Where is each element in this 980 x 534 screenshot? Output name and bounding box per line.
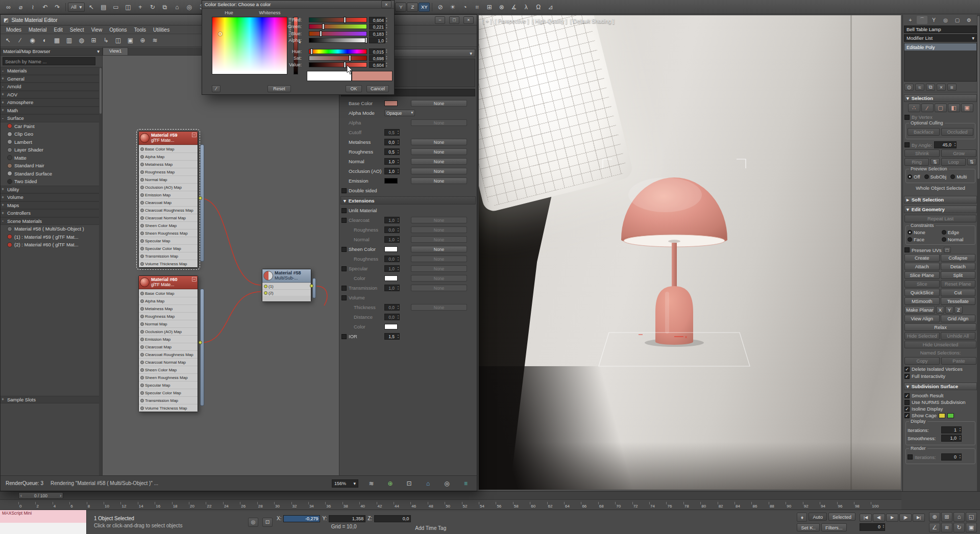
param-spinner[interactable]: 0,0 <box>384 139 400 145</box>
pick-material-from-object-icon[interactable]: ∕ <box>14 35 26 45</box>
listener-line[interactable] <box>0 523 86 534</box>
utilities-tab-icon[interactable]: ⚙ <box>964 16 974 24</box>
channel-spinner-arrows[interactable]: ▴ ▾ <box>386 17 387 22</box>
rectangular-selection-icon[interactable]: ▭ <box>110 2 121 12</box>
browser-row[interactable]: + Maps <box>1 201 102 210</box>
map-input-slot[interactable]: Normal Map <box>139 320 198 327</box>
channel-value-field[interactable]: 0,015 <box>369 48 385 55</box>
current-frame-field[interactable]: 0 <box>860 523 885 531</box>
go-to-start-icon[interactable]: |◀ <box>860 514 872 522</box>
border-mode-icon[interactable]: ▢ <box>935 104 947 112</box>
channel-slider-thumb[interactable] <box>344 62 346 68</box>
object-name-field[interactable]: Bell Table Lamp <box>904 26 977 33</box>
edge-mode-icon[interactable]: ∕ <box>921 104 934 112</box>
shrink-button[interactable]: Shrink <box>904 149 940 157</box>
map-input-slot[interactable]: Alpha Map <box>139 297 198 304</box>
edit-geometry-button[interactable]: Grid Align <box>941 315 976 322</box>
axis-constraint-button[interactable]: Y <box>395 3 406 12</box>
select-and-link-icon[interactable]: ∞ <box>3 2 14 12</box>
menu-item[interactable]: Edit <box>51 27 66 33</box>
previous-frame-icon[interactable]: ◀| <box>873 514 885 522</box>
next-frame-icon[interactable]: |▶ <box>899 514 912 522</box>
browser-row[interactable]: Lambert <box>1 138 102 146</box>
channel-value-field[interactable]: 0,221 <box>369 23 385 30</box>
time-slider[interactable]: ‹ 0 / 100 › <box>18 492 63 499</box>
submaterial-input-slot[interactable]: (2) <box>262 289 311 296</box>
layout-all-icon[interactable]: ⊞ <box>88 35 100 45</box>
z-coordinate-field[interactable]: 0,0 <box>374 515 411 522</box>
menu-item[interactable]: View <box>88 27 106 33</box>
param-map-button[interactable]: None <box>411 158 467 165</box>
menu-item[interactable]: Tools <box>131 27 150 33</box>
param-spinner[interactable]: 0,5 <box>384 129 400 136</box>
edit-geometry-button[interactable]: Relax <box>904 323 976 331</box>
configure-modifier-sets-icon[interactable]: ≡ <box>947 84 957 91</box>
utilities-icon[interactable]: ⊿ <box>545 2 556 12</box>
map-input-slot[interactable]: Sheen Color Map <box>139 221 198 229</box>
param-spinner[interactable]: 0,5 <box>384 148 400 155</box>
by-angle-spinner[interactable]: 45,0 <box>934 141 957 148</box>
param-dropdown[interactable]: Opaque <box>384 110 415 116</box>
map-input-slot[interactable]: Metalness Map <box>139 304 198 312</box>
browser-row[interactable]: Standard Hair <box>1 162 102 170</box>
show-map-in-viewport-icon[interactable]: ▥ <box>63 35 75 45</box>
edit-geometry-button[interactable]: Tessellate <box>941 297 976 305</box>
map-input-slot[interactable]: Sheen Color Map <box>139 366 198 373</box>
show-end-result-icon[interactable]: ≈ <box>915 84 924 91</box>
param-map-button[interactable]: None <box>411 119 467 126</box>
modify-tab-icon[interactable]: ⌒ <box>917 16 927 24</box>
render-iterations-checkbox[interactable] <box>908 454 913 460</box>
browser-row[interactable]: + Utility <box>1 186 102 194</box>
array-icon[interactable]: ⊞ <box>483 2 495 12</box>
map-input-slot[interactable]: Specular Map <box>139 381 198 389</box>
constraint-radio[interactable]: Normal <box>942 237 971 242</box>
material-60-node-header[interactable]: Material #60 glTF Mate... − <box>139 276 198 289</box>
select-object-icon[interactable]: ↖ <box>85 2 97 12</box>
param-map-button[interactable]: None <box>411 256 467 262</box>
loop-button[interactable]: Loop <box>941 158 966 166</box>
minimize-button[interactable]: − <box>435 16 445 24</box>
map-input-slot[interactable]: Metalness Map <box>139 160 198 168</box>
select-and-rotate-icon[interactable]: ↻ <box>146 2 158 12</box>
edit-geometry-button[interactable]: Hide Unselected <box>904 341 976 348</box>
map-input-slot[interactable]: Roughness Map <box>139 312 198 320</box>
selection-rollout-header[interactable]: ▾ Selection <box>904 94 977 102</box>
material-preview-window-icon[interactable]: ▣ <box>125 35 136 45</box>
channel-slider-thumb[interactable] <box>349 55 351 61</box>
sunlight-icon[interactable]: ☀ <box>447 2 458 12</box>
edit-geometry-button[interactable]: Z <box>954 306 963 314</box>
param-map-button[interactable]: None <box>411 226 467 233</box>
material-58-side-strip[interactable] <box>312 278 316 298</box>
channel-slider[interactable] <box>309 31 367 36</box>
ok-button[interactable]: OK <box>346 85 362 92</box>
map-input-slot[interactable]: Occlusion (AO) Map <box>139 183 198 191</box>
param-spinner[interactable]: 0,0 <box>384 226 400 233</box>
param-color-swatch[interactable] <box>384 275 398 281</box>
assign-material-to-selection-icon[interactable]: ◉ <box>27 35 38 45</box>
measure-icon[interactable]: ∡ <box>508 2 520 12</box>
x-coordinate-field[interactable]: -0,279 <box>283 515 320 522</box>
map-input-slot[interactable]: Clearcoat Normal Map <box>139 214 198 221</box>
map-input-slot[interactable]: Occlusion (AO) Map <box>139 327 198 335</box>
menu-item[interactable]: Material <box>25 27 51 33</box>
map-input-slot[interactable]: Clearcoat Normal Map <box>139 358 198 366</box>
display-tab-icon[interactable]: ▢ <box>952 16 963 24</box>
layout-children-icon[interactable]: ↳ <box>100 35 112 45</box>
edit-geometry-button[interactable]: Make Planar <box>904 306 935 314</box>
param-checkbox[interactable] <box>341 286 347 291</box>
element-mode-icon[interactable]: ▣ <box>961 104 973 112</box>
grow-button[interactable]: Grow <box>941 149 976 157</box>
param-map-button[interactable]: None <box>411 304 467 311</box>
hide-unused-nodeslots-icon[interactable]: ◫ <box>112 35 124 45</box>
preview-off-radio[interactable]: Off <box>908 174 920 180</box>
command-panel-scrollbar[interactable] <box>977 15 980 510</box>
browser-row[interactable]: + Volume <box>1 193 102 201</box>
param-spinner[interactable]: 1,0 <box>384 285 400 291</box>
zoom-all-icon[interactable]: ⊞ <box>941 512 952 522</box>
map-input-slot[interactable]: Alpha Map <box>139 152 198 160</box>
param-spinner[interactable]: 1,0 <box>384 168 400 174</box>
zoom-extents-icon[interactable]: ⌂ <box>422 478 434 489</box>
browser-row[interactable]: Standard Surface <box>1 170 102 178</box>
channel-slider[interactable] <box>309 56 367 61</box>
pan-tool-icon[interactable]: ≋ <box>149 35 161 45</box>
